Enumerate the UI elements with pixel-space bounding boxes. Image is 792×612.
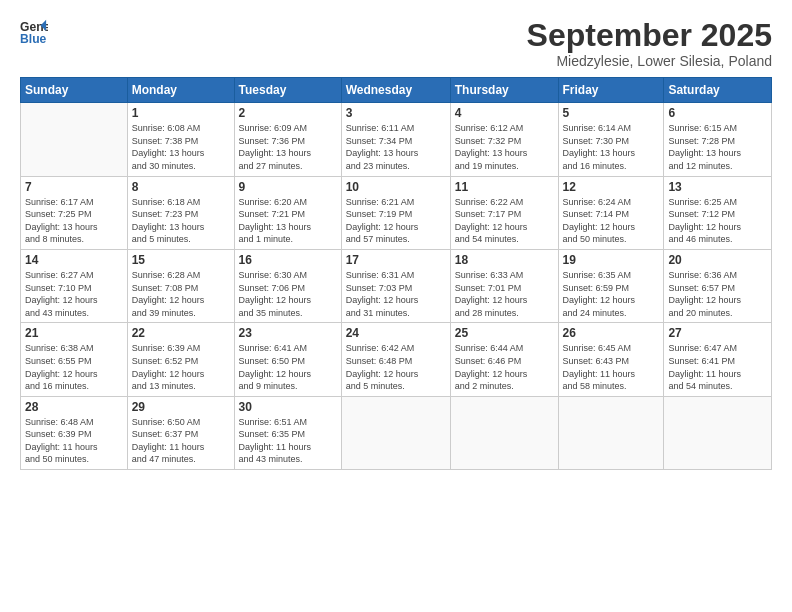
cell-w1-d5: 4Sunrise: 6:12 AM Sunset: 7:32 PM Daylig… (450, 103, 558, 176)
title-block: September 2025 Miedzylesie, Lower Silesi… (527, 18, 772, 69)
header: General Blue September 2025 Miedzylesie,… (20, 18, 772, 69)
day-info-23: Sunrise: 6:41 AM Sunset: 6:50 PM Dayligh… (239, 342, 337, 392)
day-info-2: Sunrise: 6:09 AM Sunset: 7:36 PM Dayligh… (239, 122, 337, 172)
day-info-30: Sunrise: 6:51 AM Sunset: 6:35 PM Dayligh… (239, 416, 337, 466)
cell-w3-d3: 16Sunrise: 6:30 AM Sunset: 7:06 PM Dayli… (234, 249, 341, 322)
day-number-25: 25 (455, 326, 554, 340)
col-wednesday: Wednesday (341, 78, 450, 103)
cell-w2-d1: 7Sunrise: 6:17 AM Sunset: 7:25 PM Daylig… (21, 176, 128, 249)
cell-w3-d6: 19Sunrise: 6:35 AM Sunset: 6:59 PM Dayli… (558, 249, 664, 322)
day-number-10: 10 (346, 180, 446, 194)
cell-w5-d3: 30Sunrise: 6:51 AM Sunset: 6:35 PM Dayli… (234, 396, 341, 469)
cell-w1-d1 (21, 103, 128, 176)
day-number-30: 30 (239, 400, 337, 414)
cell-w4-d7: 27Sunrise: 6:47 AM Sunset: 6:41 PM Dayli… (664, 323, 772, 396)
cell-w1-d3: 2Sunrise: 6:09 AM Sunset: 7:36 PM Daylig… (234, 103, 341, 176)
col-friday: Friday (558, 78, 664, 103)
header-row: Sunday Monday Tuesday Wednesday Thursday… (21, 78, 772, 103)
day-info-27: Sunrise: 6:47 AM Sunset: 6:41 PM Dayligh… (668, 342, 767, 392)
day-number-3: 3 (346, 106, 446, 120)
cell-w1-d7: 6Sunrise: 6:15 AM Sunset: 7:28 PM Daylig… (664, 103, 772, 176)
day-number-24: 24 (346, 326, 446, 340)
cell-w2-d7: 13Sunrise: 6:25 AM Sunset: 7:12 PM Dayli… (664, 176, 772, 249)
month-title: September 2025 (527, 18, 772, 53)
day-info-24: Sunrise: 6:42 AM Sunset: 6:48 PM Dayligh… (346, 342, 446, 392)
day-info-12: Sunrise: 6:24 AM Sunset: 7:14 PM Dayligh… (563, 196, 660, 246)
col-saturday: Saturday (664, 78, 772, 103)
day-number-2: 2 (239, 106, 337, 120)
cell-w4-d2: 22Sunrise: 6:39 AM Sunset: 6:52 PM Dayli… (127, 323, 234, 396)
cell-w4-d4: 24Sunrise: 6:42 AM Sunset: 6:48 PM Dayli… (341, 323, 450, 396)
day-number-16: 16 (239, 253, 337, 267)
cell-w5-d7 (664, 396, 772, 469)
col-tuesday: Tuesday (234, 78, 341, 103)
week-row-4: 21Sunrise: 6:38 AM Sunset: 6:55 PM Dayli… (21, 323, 772, 396)
cell-w3-d7: 20Sunrise: 6:36 AM Sunset: 6:57 PM Dayli… (664, 249, 772, 322)
cell-w2-d4: 10Sunrise: 6:21 AM Sunset: 7:19 PM Dayli… (341, 176, 450, 249)
cell-w4-d5: 25Sunrise: 6:44 AM Sunset: 6:46 PM Dayli… (450, 323, 558, 396)
day-number-7: 7 (25, 180, 123, 194)
day-info-26: Sunrise: 6:45 AM Sunset: 6:43 PM Dayligh… (563, 342, 660, 392)
day-number-19: 19 (563, 253, 660, 267)
cell-w4-d6: 26Sunrise: 6:45 AM Sunset: 6:43 PM Dayli… (558, 323, 664, 396)
cell-w2-d3: 9Sunrise: 6:20 AM Sunset: 7:21 PM Daylig… (234, 176, 341, 249)
day-number-23: 23 (239, 326, 337, 340)
day-number-5: 5 (563, 106, 660, 120)
day-number-11: 11 (455, 180, 554, 194)
day-info-11: Sunrise: 6:22 AM Sunset: 7:17 PM Dayligh… (455, 196, 554, 246)
day-number-27: 27 (668, 326, 767, 340)
cell-w2-d6: 12Sunrise: 6:24 AM Sunset: 7:14 PM Dayli… (558, 176, 664, 249)
cell-w3-d1: 14Sunrise: 6:27 AM Sunset: 7:10 PM Dayli… (21, 249, 128, 322)
week-row-3: 14Sunrise: 6:27 AM Sunset: 7:10 PM Dayli… (21, 249, 772, 322)
day-number-28: 28 (25, 400, 123, 414)
cell-w3-d2: 15Sunrise: 6:28 AM Sunset: 7:08 PM Dayli… (127, 249, 234, 322)
week-row-5: 28Sunrise: 6:48 AM Sunset: 6:39 PM Dayli… (21, 396, 772, 469)
cell-w4-d3: 23Sunrise: 6:41 AM Sunset: 6:50 PM Dayli… (234, 323, 341, 396)
day-info-16: Sunrise: 6:30 AM Sunset: 7:06 PM Dayligh… (239, 269, 337, 319)
day-info-20: Sunrise: 6:36 AM Sunset: 6:57 PM Dayligh… (668, 269, 767, 319)
day-number-12: 12 (563, 180, 660, 194)
day-number-17: 17 (346, 253, 446, 267)
cell-w1-d6: 5Sunrise: 6:14 AM Sunset: 7:30 PM Daylig… (558, 103, 664, 176)
week-row-2: 7Sunrise: 6:17 AM Sunset: 7:25 PM Daylig… (21, 176, 772, 249)
cell-w2-d5: 11Sunrise: 6:22 AM Sunset: 7:17 PM Dayli… (450, 176, 558, 249)
day-info-3: Sunrise: 6:11 AM Sunset: 7:34 PM Dayligh… (346, 122, 446, 172)
day-info-28: Sunrise: 6:48 AM Sunset: 6:39 PM Dayligh… (25, 416, 123, 466)
day-number-18: 18 (455, 253, 554, 267)
day-number-14: 14 (25, 253, 123, 267)
day-info-5: Sunrise: 6:14 AM Sunset: 7:30 PM Dayligh… (563, 122, 660, 172)
day-number-6: 6 (668, 106, 767, 120)
day-info-14: Sunrise: 6:27 AM Sunset: 7:10 PM Dayligh… (25, 269, 123, 319)
calendar-table: Sunday Monday Tuesday Wednesday Thursday… (20, 77, 772, 470)
cell-w1-d2: 1Sunrise: 6:08 AM Sunset: 7:38 PM Daylig… (127, 103, 234, 176)
day-number-4: 4 (455, 106, 554, 120)
cell-w5-d2: 29Sunrise: 6:50 AM Sunset: 6:37 PM Dayli… (127, 396, 234, 469)
day-info-6: Sunrise: 6:15 AM Sunset: 7:28 PM Dayligh… (668, 122, 767, 172)
day-info-22: Sunrise: 6:39 AM Sunset: 6:52 PM Dayligh… (132, 342, 230, 392)
week-row-1: 1Sunrise: 6:08 AM Sunset: 7:38 PM Daylig… (21, 103, 772, 176)
svg-text:Blue: Blue (20, 32, 47, 46)
day-number-20: 20 (668, 253, 767, 267)
day-number-8: 8 (132, 180, 230, 194)
day-info-19: Sunrise: 6:35 AM Sunset: 6:59 PM Dayligh… (563, 269, 660, 319)
day-info-1: Sunrise: 6:08 AM Sunset: 7:38 PM Dayligh… (132, 122, 230, 172)
cell-w1-d4: 3Sunrise: 6:11 AM Sunset: 7:34 PM Daylig… (341, 103, 450, 176)
col-thursday: Thursday (450, 78, 558, 103)
cell-w5-d4 (341, 396, 450, 469)
day-info-9: Sunrise: 6:20 AM Sunset: 7:21 PM Dayligh… (239, 196, 337, 246)
day-info-17: Sunrise: 6:31 AM Sunset: 7:03 PM Dayligh… (346, 269, 446, 319)
logo-icon: General Blue (20, 18, 48, 46)
day-info-18: Sunrise: 6:33 AM Sunset: 7:01 PM Dayligh… (455, 269, 554, 319)
day-number-21: 21 (25, 326, 123, 340)
cell-w4-d1: 21Sunrise: 6:38 AM Sunset: 6:55 PM Dayli… (21, 323, 128, 396)
subtitle: Miedzylesie, Lower Silesia, Poland (527, 53, 772, 69)
day-info-29: Sunrise: 6:50 AM Sunset: 6:37 PM Dayligh… (132, 416, 230, 466)
day-info-13: Sunrise: 6:25 AM Sunset: 7:12 PM Dayligh… (668, 196, 767, 246)
cell-w5-d5 (450, 396, 558, 469)
day-number-22: 22 (132, 326, 230, 340)
cell-w3-d5: 18Sunrise: 6:33 AM Sunset: 7:01 PM Dayli… (450, 249, 558, 322)
day-number-1: 1 (132, 106, 230, 120)
page: General Blue September 2025 Miedzylesie,… (0, 0, 792, 612)
day-info-21: Sunrise: 6:38 AM Sunset: 6:55 PM Dayligh… (25, 342, 123, 392)
day-number-13: 13 (668, 180, 767, 194)
